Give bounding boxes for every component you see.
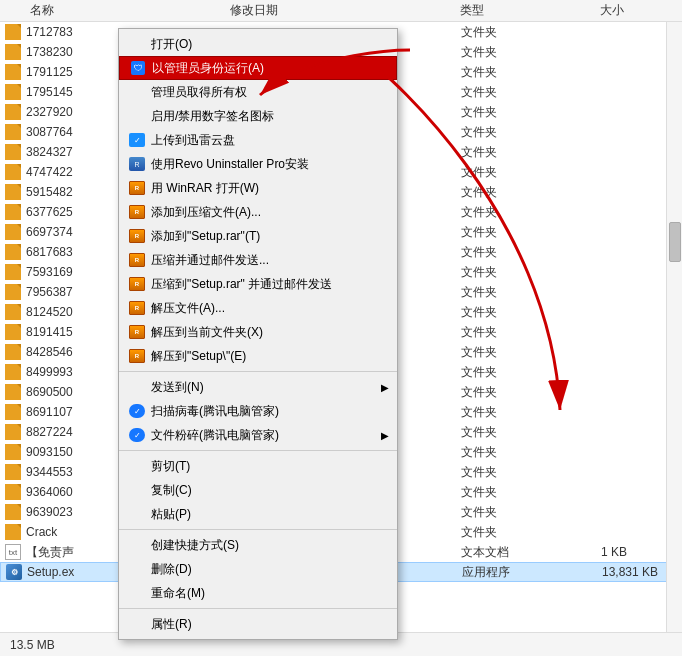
menu-label: 属性(R) bbox=[151, 616, 389, 633]
menu-item[interactable]: R 压缩到"Setup.rar" 并通过邮件发送 bbox=[119, 272, 397, 296]
winrar-icon: R bbox=[129, 277, 145, 291]
menu-item[interactable]: R 压缩并通过邮件发送... bbox=[119, 248, 397, 272]
folder-icon bbox=[5, 204, 21, 220]
menu-icon-wrap: R bbox=[127, 300, 147, 316]
menu-icon-wrap: R bbox=[127, 156, 147, 172]
menu-item[interactable]: 打开(O) bbox=[119, 32, 397, 56]
file-type: 文件夹 bbox=[461, 164, 581, 181]
folder-icon bbox=[5, 344, 21, 360]
folder-icon bbox=[5, 124, 21, 140]
menu-icon-wrap: R bbox=[127, 276, 147, 292]
file-type: 文件夹 bbox=[461, 324, 581, 341]
file-type: 文件夹 bbox=[461, 364, 581, 381]
winrar-icon: R bbox=[129, 253, 145, 267]
col-name-header[interactable]: 名称 bbox=[0, 2, 130, 19]
menu-label: 以管理员身份运行(A) bbox=[152, 60, 388, 77]
menu-icon-wrap: R bbox=[127, 348, 147, 364]
menu-item[interactable]: R 解压到当前文件夹(X) bbox=[119, 320, 397, 344]
file-type: 应用程序 bbox=[462, 564, 582, 581]
menu-icon-wrap: R bbox=[127, 180, 147, 196]
doc-icon: txt bbox=[5, 544, 21, 560]
menu-item[interactable]: 启用/禁用数字签名图标 bbox=[119, 104, 397, 128]
menu-item[interactable]: ✓ 文件粉碎(腾讯电脑管家) ▶ bbox=[119, 423, 397, 447]
menu-icon-wrap bbox=[127, 482, 147, 498]
menu-icon-wrap bbox=[127, 585, 147, 601]
menu-label: 重命名(M) bbox=[151, 585, 389, 602]
folder-icon bbox=[5, 504, 21, 520]
folder-icon bbox=[5, 24, 21, 40]
menu-label: 解压到"Setup\"(E) bbox=[151, 348, 389, 365]
tencent-icon: ✓ bbox=[129, 404, 145, 418]
col-date-header[interactable]: 修改日期 bbox=[230, 2, 400, 19]
menu-icon-wrap: ✓ bbox=[127, 403, 147, 419]
folder-icon bbox=[5, 84, 21, 100]
menu-item[interactable]: R 解压文件(A)... bbox=[119, 296, 397, 320]
menu-label: 管理员取得所有权 bbox=[151, 84, 389, 101]
menu-item[interactable]: R 添加到压缩文件(A)... bbox=[119, 200, 397, 224]
menu-icon-wrap: R bbox=[127, 204, 147, 220]
file-type: 文件夹 bbox=[461, 204, 581, 221]
menu-item[interactable]: 创建快捷方式(S) bbox=[119, 533, 397, 557]
menu-item[interactable]: 删除(D) bbox=[119, 557, 397, 581]
file-type: 文件夹 bbox=[461, 424, 581, 441]
context-menu[interactable]: 打开(O) 🛡 以管理员身份运行(A) 管理员取得所有权 启用/禁用数字签名图标… bbox=[118, 28, 398, 640]
col-size-header[interactable]: 大小 bbox=[600, 2, 680, 19]
menu-label: 剪切(T) bbox=[151, 458, 389, 475]
menu-item[interactable]: 属性(R) bbox=[119, 612, 397, 636]
winrar-icon: R bbox=[129, 205, 145, 219]
menu-item[interactable]: R 解压到"Setup\"(E) bbox=[119, 344, 397, 368]
menu-item[interactable]: 重命名(M) bbox=[119, 581, 397, 605]
file-type: 文件夹 bbox=[461, 244, 581, 261]
menu-separator bbox=[119, 371, 397, 372]
folder-icon bbox=[5, 144, 21, 160]
winrar-icon: R bbox=[129, 325, 145, 339]
col-type-header[interactable]: 类型 bbox=[460, 2, 580, 19]
submenu-arrow: ▶ bbox=[381, 382, 389, 393]
folder-icon bbox=[5, 444, 21, 460]
folder-icon bbox=[5, 104, 21, 120]
folder-icon bbox=[5, 184, 21, 200]
file-type: 文件夹 bbox=[461, 144, 581, 161]
menu-item[interactable]: ✓ 扫描病毒(腾讯电脑管家) bbox=[119, 399, 397, 423]
yunpan-icon: ✓ bbox=[129, 133, 145, 147]
menu-label: 解压文件(A)... bbox=[151, 300, 389, 317]
menu-label: 创建快捷方式(S) bbox=[151, 537, 389, 554]
file-type: 文件夹 bbox=[461, 44, 581, 61]
file-size: 13,831 KB bbox=[602, 565, 658, 579]
menu-item[interactable]: R 用 WinRAR 打开(W) bbox=[119, 176, 397, 200]
scrollbar[interactable] bbox=[666, 22, 682, 632]
menu-item[interactable]: R 使用Revo Uninstaller Pro安装 bbox=[119, 152, 397, 176]
menu-label: 添加到"Setup.rar"(T) bbox=[151, 228, 389, 245]
menu-icon-wrap bbox=[127, 506, 147, 522]
file-type: 文件夹 bbox=[461, 504, 581, 521]
file-type: 文件夹 bbox=[461, 404, 581, 421]
menu-item[interactable]: 复制(C) bbox=[119, 478, 397, 502]
exe-icon: ⚙ bbox=[6, 564, 22, 580]
file-type: 文件夹 bbox=[461, 304, 581, 321]
scrollbar-thumb[interactable] bbox=[669, 222, 681, 262]
file-type: 文件夹 bbox=[461, 464, 581, 481]
folder-icon bbox=[5, 264, 21, 280]
winrar-icon: R bbox=[129, 349, 145, 363]
menu-item[interactable]: ✓ 上传到迅雷云盘 bbox=[119, 128, 397, 152]
menu-separator bbox=[119, 450, 397, 451]
menu-item[interactable]: R 添加到"Setup.rar"(T) bbox=[119, 224, 397, 248]
folder-icon bbox=[5, 284, 21, 300]
folder-icon bbox=[5, 304, 21, 320]
file-type: 文件夹 bbox=[461, 224, 581, 241]
menu-icon-wrap bbox=[127, 84, 147, 100]
menu-label: 压缩到"Setup.rar" 并通过邮件发送 bbox=[151, 276, 389, 293]
menu-icon-wrap bbox=[127, 537, 147, 553]
menu-item[interactable]: 管理员取得所有权 bbox=[119, 80, 397, 104]
file-type: 文本文档 bbox=[461, 544, 581, 561]
menu-item[interactable]: 🛡 以管理员身份运行(A) bbox=[119, 56, 397, 80]
menu-item[interactable]: 粘贴(P) bbox=[119, 502, 397, 526]
folder-icon bbox=[5, 484, 21, 500]
menu-item[interactable]: 发送到(N) ▶ bbox=[119, 375, 397, 399]
menu-label: 扫描病毒(腾讯电脑管家) bbox=[151, 403, 389, 420]
menu-item[interactable]: 剪切(T) bbox=[119, 454, 397, 478]
status-text: 13.5 MB bbox=[10, 638, 55, 652]
folder-icon bbox=[5, 164, 21, 180]
winrar-icon: R bbox=[129, 229, 145, 243]
file-type: 文件夹 bbox=[461, 264, 581, 281]
